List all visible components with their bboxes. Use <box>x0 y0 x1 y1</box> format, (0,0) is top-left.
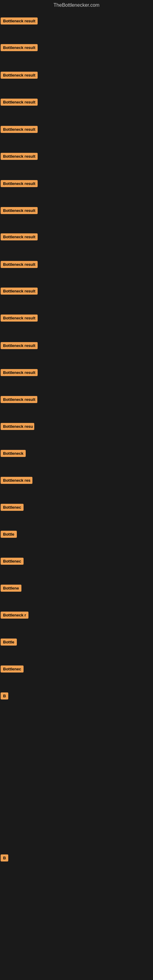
bottleneck-item: Bottleneck result <box>1 72 38 80</box>
site-title: TheBottlenecker.com <box>0 0 153 9</box>
bottleneck-item: Bottleneck result <box>1 396 37 404</box>
bottleneck-badge[interactable]: Bottle <box>1 638 17 646</box>
bottleneck-badge[interactable]: Bottleneck result <box>1 72 38 79</box>
bottleneck-badge[interactable]: Bottle <box>1 531 17 538</box>
bottleneck-item: Bottlene <box>1 585 21 593</box>
bottleneck-item: Bottleneck result <box>1 233 38 242</box>
bottleneck-item: Bottle <box>1 638 17 647</box>
bottleneck-badge[interactable]: Bottleneck result <box>1 233 38 240</box>
bottleneck-item: Bottleneck result <box>1 207 38 215</box>
bottleneck-badge[interactable]: Bottlenec <box>1 665 24 673</box>
bottleneck-badge[interactable]: B <box>1 692 8 700</box>
bottleneck-badge[interactable]: Bottleneck result <box>1 207 38 214</box>
site-title-container: TheBottlenecker.com <box>0 0 153 9</box>
bottleneck-badge[interactable]: Bottleneck result <box>1 261 38 268</box>
bottleneck-badge[interactable]: Bottlene <box>1 585 21 592</box>
bottleneck-item: Bottle <box>1 531 17 539</box>
bottleneck-badge[interactable]: Bottleneck <box>1 450 26 457</box>
bottleneck-badge[interactable]: Bottleneck result <box>1 99 38 106</box>
bottleneck-badge[interactable]: Bottleneck result <box>1 369 38 376</box>
bottleneck-item: Bottleneck result <box>1 180 38 188</box>
bottleneck-item: Bottleneck r <box>1 612 29 620</box>
bottleneck-item: Bottleneck result <box>1 126 38 134</box>
bottleneck-item: Bottleneck result <box>1 369 38 377</box>
bottleneck-badge[interactable]: Bottleneck result <box>1 18 38 24</box>
bottleneck-item: Bottlenec <box>1 665 24 674</box>
bottleneck-badge[interactable]: Bottleneck r <box>1 612 29 619</box>
bottleneck-badge[interactable]: Bottlenec <box>1 558 24 565</box>
bottleneck-badge[interactable]: Bottleneck res <box>1 477 32 484</box>
bottleneck-item: Bottleneck result <box>1 261 38 269</box>
bottleneck-item: Bottleneck result <box>1 99 38 107</box>
bottleneck-badge[interactable]: Bottleneck result <box>1 342 38 349</box>
bottleneck-item: Bottleneck resu <box>1 423 34 431</box>
bottleneck-badge[interactable]: Bottleneck result <box>1 288 38 294</box>
bottleneck-badge[interactable]: Bottlenec <box>1 504 24 511</box>
bottleneck-badge[interactable]: Bottleneck result <box>1 126 38 133</box>
bottleneck-item: Bottleneck res <box>1 477 32 485</box>
bottleneck-item: Bottleneck result <box>1 153 38 161</box>
bottleneck-badge[interactable]: Bottleneck result <box>1 315 38 321</box>
bottleneck-badge[interactable]: Bottleneck result <box>1 180 38 187</box>
bottleneck-item: Bottleneck result <box>1 44 38 52</box>
bottleneck-item: Bottleneck result <box>1 315 38 323</box>
bottleneck-item: Bottleneck <box>1 450 26 458</box>
bottleneck-item: B <box>1 854 8 863</box>
bottleneck-badge[interactable]: Bottleneck resu <box>1 423 34 430</box>
bottleneck-item: Bottlenec <box>1 558 24 566</box>
bottleneck-item: Bottleneck result <box>1 288 38 296</box>
bottleneck-badge[interactable]: B <box>1 854 8 861</box>
bottleneck-item: Bottleneck result <box>1 18 38 26</box>
bottleneck-badge[interactable]: Bottleneck result <box>1 153 38 160</box>
bottleneck-item: Bottleneck result <box>1 342 38 350</box>
bottleneck-item: B <box>1 692 8 701</box>
bottleneck-badge[interactable]: Bottleneck result <box>1 396 37 403</box>
bottleneck-badge[interactable]: Bottleneck result <box>1 44 38 51</box>
bottleneck-item: Bottlenec <box>1 504 24 512</box>
